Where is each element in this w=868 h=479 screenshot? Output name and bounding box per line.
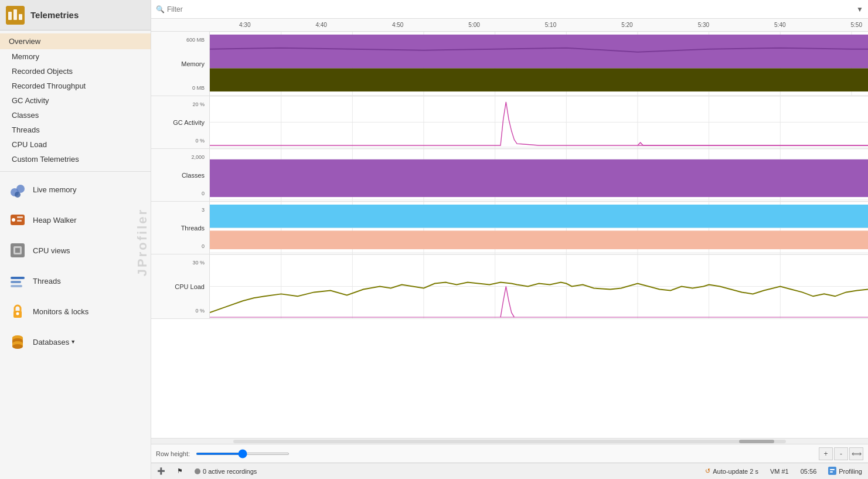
sidebar-item-gc-activity[interactable]: GC Activity <box>0 93 151 108</box>
sidebar-item-threads-section[interactable]: Threads <box>0 266 151 296</box>
overview-label: Overview <box>9 37 40 46</box>
gc-chart-content[interactable] <box>210 96 868 148</box>
cpu-y-min: 0 % <box>175 308 205 314</box>
monitors-locks-icon <box>7 301 28 322</box>
gc-y-max: 20 % <box>173 101 205 107</box>
classes-chart-label: 2,000 Classes 0 <box>151 149 210 201</box>
classes-y-min: 0 <box>182 191 205 196</box>
sidebar-item-classes[interactable]: Classes <box>0 108 151 123</box>
sidebar-item-cpu-views[interactable]: CPU views <box>0 235 151 266</box>
time-label-8: 5:50 <box>851 22 862 28</box>
cpu-load-chart-svg <box>210 254 868 318</box>
app-title: Telemetries <box>30 10 79 20</box>
time-label-6: 5:30 <box>698 22 709 28</box>
sidebar-item-memory[interactable]: Memory <box>0 49 151 64</box>
sidebar-item-cpu-load[interactable]: CPU Load <box>0 137 151 152</box>
recordings-status: 0 active recordings <box>195 468 257 475</box>
zoom-fit-button[interactable]: ⟺ <box>849 447 863 460</box>
classes-chart-content[interactable] <box>210 149 868 201</box>
flag-item[interactable]: ⚑ <box>177 467 183 475</box>
gc-chart-svg <box>210 96 868 148</box>
add-icon: ➕ <box>157 467 165 475</box>
svg-point-5 <box>16 185 25 193</box>
threads-chart-label: 3 Threads 0 <box>151 202 210 254</box>
svg-rect-90 <box>830 471 833 473</box>
svg-point-8 <box>12 218 15 222</box>
custom-telemetries-label: Custom Telemetries <box>12 155 79 164</box>
threads-chart-svg <box>210 202 868 254</box>
svg-rect-88 <box>828 467 836 475</box>
databases-label: Databases <box>33 338 69 346</box>
svg-point-6 <box>15 192 21 198</box>
cpu-load-chart-row: 30 % CPU Load 0 % <box>151 254 868 319</box>
chart-area: 4:30 4:40 4:50 5:00 5:10 5:20 5:30 5:40 … <box>151 19 868 438</box>
filter-input[interactable] <box>167 5 856 13</box>
classes-y-max: 2,000 <box>182 154 205 160</box>
auto-update-icon: ↺ <box>705 467 710 475</box>
live-memory-label: Live memory <box>33 185 76 194</box>
recorded-objects-label: Recorded Objects <box>12 67 73 76</box>
svg-rect-3 <box>19 14 22 20</box>
sidebar-item-recorded-objects[interactable]: Recorded Objects <box>0 64 151 79</box>
time-label-7: 5:40 <box>774 22 785 28</box>
svg-rect-10 <box>17 220 22 222</box>
sidebar-item-custom-telemetries[interactable]: Custom Telemetries <box>0 152 151 167</box>
cpu-load-chart-content[interactable] <box>210 254 868 318</box>
row-height-slider[interactable] <box>196 453 290 455</box>
gc-chart-title: GC Activity <box>173 119 205 126</box>
time-label-0: 4:30 <box>239 22 250 28</box>
time-label-4: 5:10 <box>545 22 556 28</box>
cpu-y-max: 30 % <box>175 260 205 266</box>
sidebar-item-overview[interactable]: Overview <box>0 33 151 49</box>
horizontal-scrollbar[interactable] <box>151 438 868 444</box>
recordings-dot <box>195 468 200 474</box>
svg-rect-38 <box>210 35 868 68</box>
gc-y-min: 0 % <box>173 138 205 144</box>
databases-expand-icon: ▼ <box>70 339 76 345</box>
svg-rect-39 <box>210 68 868 91</box>
classes-label: Classes <box>12 111 39 120</box>
vm-item: VM #1 <box>770 468 789 475</box>
status-bar: ➕ ⚑ 0 active recordings ↺ Auto-update 2 … <box>151 463 868 479</box>
sidebar-item-monitors-locks[interactable]: Monitors & locks <box>0 296 151 327</box>
sidebar-item-threads[interactable]: Threads <box>0 123 151 137</box>
bottom-controls: Row height: + - ⟺ <box>151 444 868 463</box>
svg-rect-89 <box>830 469 835 470</box>
memory-chart-title: Memory <box>181 60 205 67</box>
app-logo <box>6 6 25 25</box>
sidebar-item-recorded-throughput[interactable]: Recorded Throughput <box>0 79 151 93</box>
time-label: 05:56 <box>801 468 817 475</box>
heap-walker-label: Heap Walker <box>33 216 77 225</box>
threads-section-icon <box>7 270 28 291</box>
profiling-item: Profiling <box>828 467 862 476</box>
vm-label: VM #1 <box>770 468 789 475</box>
threads-label: Threads <box>12 125 40 134</box>
memory-chart-content[interactable] <box>210 32 868 96</box>
filter-dropdown-icon[interactable]: ▼ <box>856 5 863 13</box>
svg-rect-2 <box>13 9 17 20</box>
svg-rect-16 <box>11 285 22 287</box>
sidebar-item-databases[interactable]: Databases ▼ <box>0 327 151 357</box>
cpu-views-label: CPU views <box>33 246 70 255</box>
sidebar: Telemetries Overview Memory Recorded Obj… <box>0 0 151 479</box>
svg-rect-14 <box>11 277 25 279</box>
svg-point-18 <box>16 312 19 315</box>
memory-chart-svg <box>210 32 868 96</box>
sidebar-item-live-memory[interactable]: Live memory <box>0 174 151 205</box>
live-memory-icon <box>7 179 28 200</box>
svg-rect-13 <box>15 248 20 253</box>
memory-label: Memory <box>12 52 39 61</box>
sidebar-item-heap-walker[interactable]: Heap Walker <box>0 205 151 235</box>
add-recording-item[interactable]: ➕ <box>157 467 165 475</box>
recorded-throughput-label: Recorded Throughput <box>12 81 86 90</box>
cpu-load-label: CPU Load <box>12 140 47 149</box>
databases-icon <box>7 331 28 352</box>
time-label-3: 5:00 <box>468 22 479 28</box>
cpu-views-icon <box>7 240 28 261</box>
threads-chart-content[interactable] <box>210 202 868 254</box>
zoom-in-button[interactable]: + <box>819 447 833 460</box>
zoom-out-button[interactable]: - <box>834 447 848 460</box>
svg-rect-62 <box>210 159 868 197</box>
time-label-1: 4:40 <box>315 22 326 28</box>
threads-y-min: 0 <box>181 243 205 249</box>
